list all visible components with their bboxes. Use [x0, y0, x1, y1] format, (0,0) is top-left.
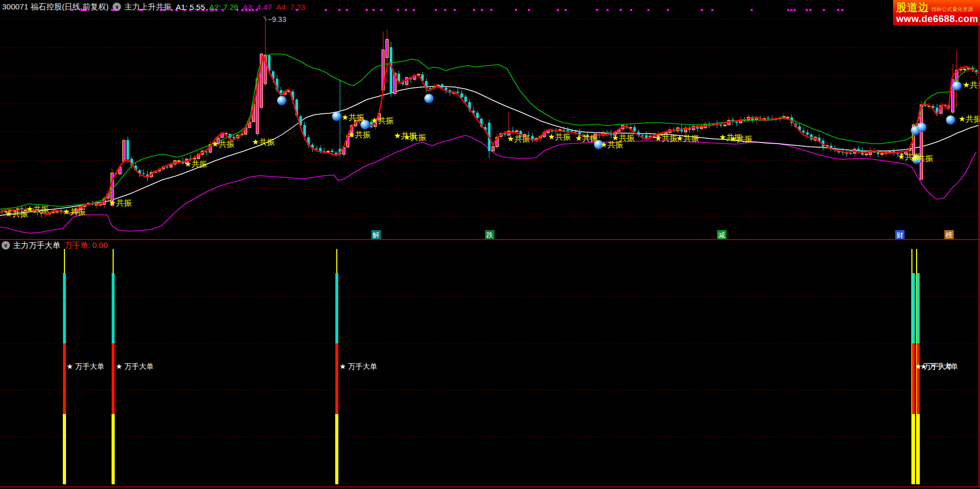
signal-bar-cyan	[917, 273, 920, 343]
event-tag-char: 榜	[945, 231, 953, 239]
signal-dot	[809, 9, 811, 11]
candle-body	[641, 135, 644, 136]
candle-body	[170, 165, 172, 167]
signal-dot	[380, 9, 382, 11]
indicator-value-a1: A1: 5.55	[175, 3, 205, 12]
signal-dot	[620, 9, 622, 11]
candle-body	[465, 96, 467, 102]
candle-body	[460, 93, 463, 97]
signal-bar-yellow	[63, 414, 66, 484]
candle-body	[720, 125, 722, 126]
signal-dot	[346, 9, 348, 11]
signal-bar-yellow	[112, 414, 115, 484]
signal-bar-red	[917, 343, 920, 414]
candle-body	[331, 150, 334, 152]
sub-indicator-name[interactable]: 主力万手大单	[13, 241, 60, 251]
signal-sub-chart[interactable]: ★ 万手大单★ 万手大单★ 万手大单★ 万手大单★ 万手大单	[0, 16, 980, 487]
signal-bar-yellow	[335, 414, 338, 484]
signal-label: ★ 万手大单	[116, 362, 153, 371]
candles	[1, 15, 978, 218]
signal-dot	[647, 9, 649, 11]
signal-dot	[397, 9, 399, 11]
peak-price-annotation: ~9.33	[268, 15, 287, 24]
chevron-down-icon[interactable]: ∨	[2, 241, 10, 249]
signal-bar-yellow	[917, 414, 920, 484]
logo-url: www.de6688.com	[896, 14, 977, 25]
signal-bar-red	[112, 343, 115, 414]
event-tag-char: 解	[372, 231, 380, 239]
resonance-label: ★共振	[655, 134, 677, 143]
candle-body	[127, 140, 129, 159]
indicator-name[interactable]: 主力上升共振	[124, 2, 171, 12]
candle-body	[567, 130, 569, 131]
event-tag-char: 跌	[487, 231, 493, 239]
candle-body	[166, 167, 169, 168]
resonance-label: ★共振	[212, 139, 234, 148]
indicator-value-a3: A3: 4.47	[243, 3, 272, 12]
resonance-label: ★共振	[507, 134, 530, 143]
resonance-label: ★共振	[612, 133, 634, 142]
logo-tagline: 指标公式量化资源	[931, 6, 973, 13]
signal-dot	[413, 9, 415, 11]
signal-dot	[701, 9, 703, 11]
candle-body	[700, 127, 703, 129]
signal-dot	[565, 9, 567, 11]
signal-bars	[63, 249, 920, 484]
signal-bar-cyan	[912, 273, 915, 343]
resonance-label: ★共振	[109, 198, 131, 207]
sub-indicator-value: 万手单: 0.00	[64, 241, 108, 251]
candle-body	[123, 140, 125, 161]
signal-dot	[790, 9, 792, 11]
signal-bar-red	[335, 343, 338, 414]
upper-band-line	[0, 54, 975, 209]
signal-bar-yellow	[912, 414, 915, 484]
signal-dot	[607, 9, 609, 11]
resonance-label: ★共振	[676, 134, 699, 143]
resonance-label: ★共振	[371, 116, 393, 125]
candle-body	[802, 131, 805, 132]
logo-brand: 股道边	[896, 1, 929, 15]
signal-dot	[837, 9, 839, 11]
app-window: ★共振★共振★共振★共振★共振★共振★共振★共振★共振★共振★共振★共振★共振★…	[0, 0, 980, 489]
blue-ball-icon	[424, 94, 434, 103]
resonance-label: ★共振	[730, 134, 752, 143]
blue-ball-icon	[952, 81, 962, 91]
candle-body	[920, 105, 923, 179]
candle-body	[551, 131, 554, 132]
resonance-label: ★共振	[963, 80, 980, 89]
signal-bar-cyan	[335, 273, 338, 343]
resonance-label: ★共振	[959, 114, 980, 123]
indicator-value-a2: A2: 7.26	[209, 3, 238, 12]
candle-body	[787, 117, 789, 118]
candle-body	[327, 151, 329, 153]
indicator-value-a4: A4: 7.23	[276, 3, 305, 12]
candle-body	[142, 173, 145, 175]
candle-body	[515, 131, 518, 132]
signal-dot	[557, 9, 559, 11]
candle-body	[386, 39, 389, 58]
signal-dot	[806, 9, 808, 11]
resonance-label: ★共振	[342, 113, 364, 122]
candle-body	[492, 147, 494, 151]
chevron-down-icon[interactable]: ∨	[113, 3, 121, 11]
signal-dot	[515, 9, 517, 11]
resonance-label: ★共振	[910, 154, 933, 162]
stock-code-title: 300071 福石控股(日线.前复权)	[2, 2, 108, 12]
candle-body	[633, 127, 636, 132]
top-status-bar: 300071 福石控股(日线.前复权) ∨ 主力上升共振 A1: 5.55 A2…	[2, 1, 310, 13]
resonance-label: ★共振	[348, 130, 370, 139]
chart-canvas[interactable]: ★共振★共振★共振★共振★共振★共振★共振★共振★共振★共振★共振★共振★共振★…	[0, 0, 980, 489]
candle-body	[575, 131, 577, 132]
candle-body	[476, 113, 479, 118]
candle-body	[315, 148, 318, 149]
main-price-chart[interactable]: ★共振★共振★共振★共振★共振★共振★共振★共振★共振★共振★共振★共振★共振★…	[0, 9, 980, 240]
signal-dot	[454, 9, 456, 11]
signal-dot	[787, 9, 789, 11]
signal-label: ★ 万手大单	[920, 362, 958, 371]
candle-body	[390, 47, 392, 93]
candle-body	[850, 153, 852, 154]
resonance-label: ★共振	[63, 207, 85, 216]
candle-body	[205, 151, 208, 153]
candle-body	[457, 92, 459, 93]
signal-dot	[528, 9, 530, 11]
